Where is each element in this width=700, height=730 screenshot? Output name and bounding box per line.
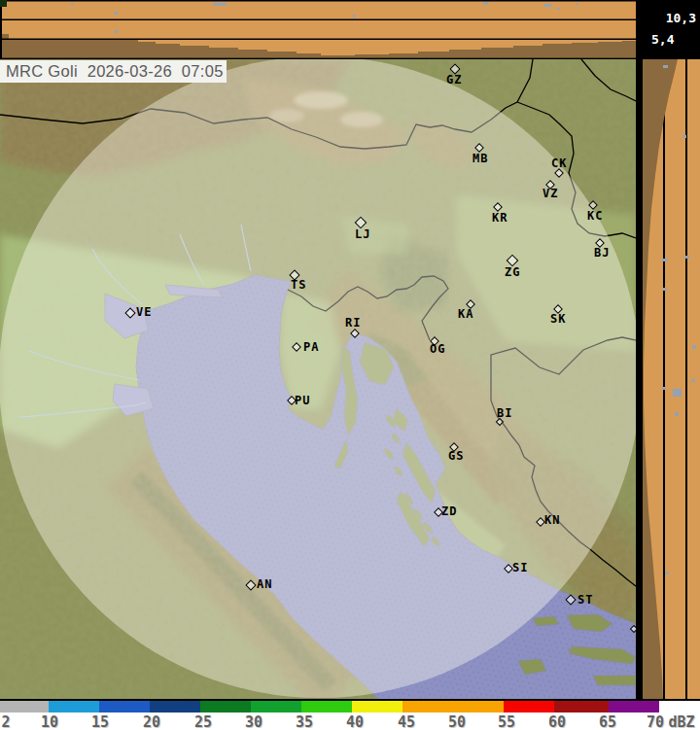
weak-echo-speck [682,135,686,138]
scale-segment-45-55dbz [402,701,504,713]
city-label-vz: VZ [542,189,558,199]
weak-echo-speck [544,4,552,7]
city-label-kc: KC [587,211,603,222]
weak-echo-speck [71,3,74,5]
scale-segment-60-65dbz [554,701,609,713]
scale-tick-65: 65 [599,713,616,730]
city-label-pu: PU [295,396,310,406]
city-label-bj: BJ [594,248,610,259]
weak-echo-speck [662,259,668,261]
weak-echo-speck [675,412,679,416]
weak-echo-speck [673,389,682,397]
scale-tick-55: 55 [498,713,515,730]
city-label-ve: VE [136,307,152,318]
city-label-gz: GZ [446,75,462,86]
city-label-kn: KN [544,515,560,526]
city-label-kr: KR [492,213,508,224]
scale-tick-30: 30 [245,713,262,730]
scale-tick-70: 70 [647,713,664,730]
scale-segment-20-25dbz [150,701,200,713]
scale-segment-2-10dbz [0,701,49,713]
weak-echo-speck [684,256,689,259]
weak-echo-speck [663,65,668,68]
scale-tick-40: 40 [346,713,364,730]
title-bar: MRC Goli 2026-03-26 07:05 [0,60,227,83]
city-label-si: SI [512,563,528,574]
city-label-ri: RI [345,318,361,329]
scale-segment-55-60dbz [504,701,554,713]
weak-echo-speck [115,30,119,33]
weak-echo-speck [663,288,667,291]
scale-tick-2: 2 [1,713,10,730]
scale-tick-60: 60 [548,713,566,730]
weak-echo-speck [213,3,227,6]
city-label-pa: PA [303,342,319,353]
city-label-ka: KA [458,309,473,320]
map-area: GZMBCKVZKRKCLJBJZGTSVEKASKRIOGPAPUBIGSZD… [0,59,636,699]
top-profile-graphic [0,0,636,59]
weak-echo-speck [557,8,560,10]
scale-tick-45: 45 [398,713,415,730]
radar-coverage-circle [0,59,636,698]
city-label-ts: TS [291,280,306,291]
weak-echo-speck [662,387,666,390]
scale-tick-50: 50 [448,713,466,730]
weak-echo-speck [353,15,356,17]
reflectivity-color-scale [0,701,700,713]
city-label-st: ST [578,595,593,606]
top-profile-panel [0,0,636,59]
weak-echo-speck [691,379,695,382]
scale-tick-15: 15 [91,713,109,730]
scale-tick-25: 25 [194,713,212,730]
city-label-mb: MB [472,154,488,164]
reflectivity-scale-labels: 210152025303540455055606570dBZ [0,713,700,730]
city-label-gs: GS [448,451,464,462]
scale-tick-10: 10 [41,713,58,730]
scale-tick-20: 20 [143,713,160,730]
height-value-bottom: 5,4 [651,32,674,47]
scale-segment-10-15dbz [49,701,99,713]
weak-echo-speck [483,2,488,5]
city-label-zg: ZG [505,267,520,278]
weak-echo-speck [576,3,578,5]
city-label-sk: SK [550,314,566,325]
corner-info-box: 10,3 5,4 [636,0,700,59]
scale-segment-15-20dbz [99,701,150,713]
scale-unit-label: dBZ [668,713,694,730]
scale-segment-35-40dbz [301,701,352,713]
scale-segment-65-70dbz [609,701,659,713]
city-label-ck: CK [551,158,567,169]
city-label-bi: BI [497,408,512,419]
scale-segment-40-45dbz [352,701,402,713]
scale-segment-25-30dbz [200,701,251,713]
city-label-lj: LJ [355,229,370,240]
city-label-an: AN [257,579,272,590]
scale-segment-30-35dbz [251,701,301,713]
weak-echo-speck [114,12,118,15]
city-label-og: OG [430,344,445,355]
height-value-top: 10,3 [666,11,696,25]
city-label-zd: ZD [441,506,457,517]
weak-echo-speck [692,345,696,349]
weak-echo-speck [665,572,669,574]
radar-display: GZMBCKVZKRKCLJBJZGTSVEKASKRIOGPAPUBIGSZD… [0,0,700,730]
map-graphic [0,59,636,699]
corner-chip [0,0,7,7]
scale-tick-35: 35 [296,713,313,730]
